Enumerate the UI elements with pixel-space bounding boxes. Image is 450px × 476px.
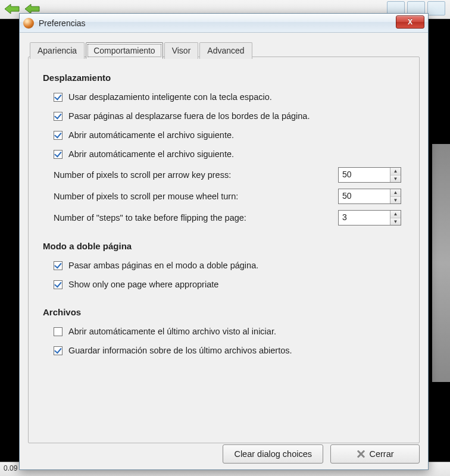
spinner-up-icon[interactable]: ▲ — [390, 189, 401, 197]
label-one-page: Show only one page where appropriate — [68, 280, 218, 289]
spinner-value[interactable]: 50 — [339, 189, 390, 203]
tab-advanced[interactable]: Advanced — [199, 42, 252, 59]
dialog-button-bar: Clear dialog choices Cerrar — [223, 444, 420, 464]
checkbox-flip-outside[interactable] — [54, 112, 62, 121]
tab-strip: Apariencia Comportamiento Visor Advanced — [30, 42, 254, 58]
checkbox-save-info[interactable] — [54, 346, 62, 355]
tab-apariencia[interactable]: Apariencia — [30, 42, 85, 59]
spinner-px-wheel[interactable]: 50 ▲ ▼ — [338, 189, 401, 204]
checkbox-smart-scroll[interactable] — [54, 93, 62, 102]
spinner-value[interactable]: 50 — [339, 168, 390, 182]
checkbox-flip-both[interactable] — [54, 261, 62, 270]
button-label: Cerrar — [369, 449, 393, 459]
app-icon — [23, 18, 34, 29]
button-label: Clear dialog choices — [234, 449, 312, 459]
label-open-last: Abrir automáticamente el último archivo … — [68, 327, 276, 336]
tab-visor[interactable]: Visor — [164, 42, 199, 59]
label-save-info: Guardar información sobre de los último … — [68, 346, 292, 355]
label-px-wheel: Number of pixels to scroll per mouse whe… — [54, 192, 338, 201]
status-text: 0.09 — [4, 464, 17, 472]
close-button[interactable]: X — [396, 15, 424, 29]
close-icon — [356, 449, 365, 459]
dialog-content: Apariencia Comportamiento Visor Advanced… — [20, 33, 428, 469]
label-steps: Number of "steps" to take before flippin… — [54, 213, 338, 223]
toolbar-button[interactable] — [427, 1, 445, 15]
close-dialog-button[interactable]: Cerrar — [330, 444, 420, 464]
svg-marker-0 — [5, 4, 19, 14]
label-auto-open-next-2: Abrir automáticamente el archivo siguien… — [68, 149, 234, 159]
checkbox-auto-open-next-1[interactable] — [54, 131, 62, 140]
nav-arrow-icon[interactable] — [4, 2, 20, 15]
label-flip-outside: Pasar páginas al desplazarse fuera de lo… — [68, 111, 310, 121]
clear-dialog-choices-button[interactable]: Clear dialog choices — [223, 444, 323, 464]
dialog-titlebar[interactable]: Preferencias X — [20, 14, 428, 33]
label-px-arrow: Number of pixels to scroll per arrow key… — [54, 170, 338, 180]
dialog-title: Preferencias — [39, 18, 86, 28]
spinner-px-arrow[interactable]: 50 ▲ ▼ — [338, 167, 401, 183]
spinner-up-icon[interactable]: ▲ — [390, 211, 401, 218]
tab-panel-comportamiento: Desplazamiento Usar desplazamiento intel… — [29, 57, 419, 443]
label-flip-both: Pasar ambas páginas en el modo a doble p… — [68, 261, 258, 270]
section-heading-archivos: Archivos — [43, 307, 405, 317]
checkbox-open-last[interactable] — [54, 327, 62, 336]
spinner-steps[interactable]: 3 ▲ ▼ — [338, 210, 401, 226]
checkbox-auto-open-next-2[interactable] — [54, 150, 62, 159]
close-icon: X — [408, 18, 412, 26]
spinner-down-icon[interactable]: ▼ — [390, 197, 401, 204]
spinner-down-icon[interactable]: ▼ — [390, 176, 401, 183]
preferences-dialog: Preferencias X Apariencia Comportamiento… — [19, 13, 429, 470]
page-image-edge — [432, 144, 450, 382]
label-auto-open-next-1: Abrir automáticamente el archivo siguien… — [68, 130, 234, 140]
label-smart-scroll: Usar desplazamiento inteligente con la t… — [68, 92, 272, 102]
svg-marker-1 — [25, 4, 39, 14]
tab-frame: Apariencia Comportamiento Visor Advanced… — [28, 57, 420, 443]
spinner-up-icon[interactable]: ▲ — [390, 168, 401, 176]
checkbox-one-page[interactable] — [54, 280, 62, 289]
section-heading-desplazamiento: Desplazamiento — [43, 73, 405, 83]
tab-comportamiento[interactable]: Comportamiento — [86, 42, 163, 59]
spinner-down-icon[interactable]: ▼ — [390, 218, 401, 226]
spinner-value[interactable]: 3 — [339, 211, 390, 225]
section-heading-doble: Modo a doble página — [43, 241, 405, 251]
